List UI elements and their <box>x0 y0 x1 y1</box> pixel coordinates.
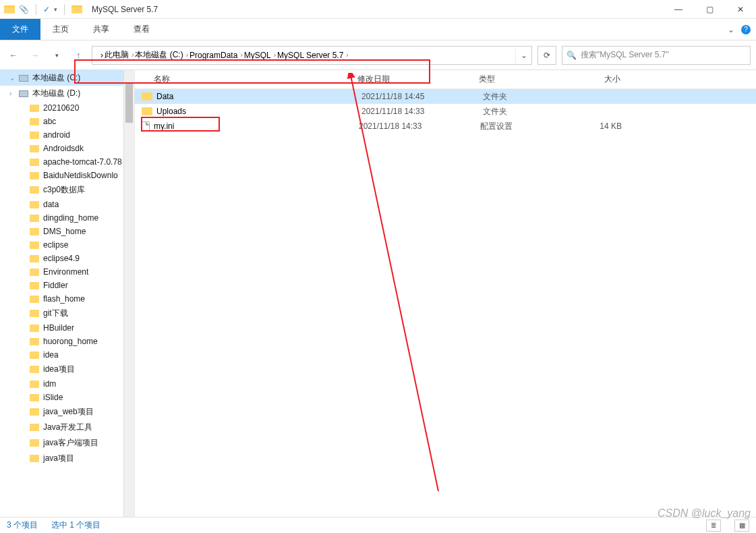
sidebar-folder[interactable]: flash_home <box>0 292 134 306</box>
file-row[interactable]: Data 2021/11/18 14:45 文件夹 <box>135 89 756 104</box>
search-input[interactable]: 🔍 搜索"MySQL Server 5.7" <box>562 46 751 65</box>
recent-dropdown-icon[interactable]: ▾ <box>49 47 65 63</box>
drive-icon <box>19 75 28 82</box>
file-row[interactable]: Uploads 2021/11/18 14:33 文件夹 <box>135 104 756 119</box>
sidebar-drive[interactable]: ⌄本地磁盘 (C:) <box>0 70 134 86</box>
minimize-button[interactable]: ― <box>663 0 694 19</box>
folder-icon <box>30 145 39 152</box>
sidebar-folder[interactable]: java客户端项目 <box>0 435 134 451</box>
sidebar-folder[interactable]: BaiduNetdiskDownlo <box>0 169 134 182</box>
folder-icon <box>71 5 82 13</box>
col-date[interactable]: 修改日期 <box>357 74 479 85</box>
file-icon <box>142 121 150 131</box>
folder-icon <box>30 439 39 447</box>
qat-overflow-icon[interactable]: ▾ <box>54 6 57 13</box>
folder-icon <box>30 352 39 359</box>
chevron-right-icon[interactable]: › <box>346 51 348 59</box>
sidebar-folder[interactable]: Environment <box>0 265 134 279</box>
sidebar-folder[interactable]: eclipse4.9 <box>0 252 134 265</box>
file-row[interactable]: my.ini 2021/11/18 14:33 配置设置 14 KB <box>135 119 756 134</box>
chevron-right-icon[interactable]: › <box>274 51 276 59</box>
sidebar-folder[interactable]: 20210620 <box>0 101 134 115</box>
file-date: 2021/11/18 14:33 <box>361 107 483 116</box>
file-date: 2021/11/18 14:45 <box>361 92 483 101</box>
sidebar-folder[interactable]: java_web项目 <box>0 404 134 420</box>
tab-view[interactable]: 查看 <box>121 19 162 40</box>
folder-icon <box>30 394 39 401</box>
sidebar-folder[interactable]: Fiddler <box>0 279 134 292</box>
sidebar-folder[interactable]: abc <box>0 115 134 128</box>
ribbon-collapse-icon[interactable]: ⌄ <box>728 25 734 34</box>
up-button[interactable]: ↑ <box>70 47 86 63</box>
sidebar-folder[interactable]: data <box>0 198 134 211</box>
app-icon <box>4 5 15 13</box>
back-button[interactable]: ← <box>5 47 22 63</box>
col-type[interactable]: 类型 <box>479 74 566 85</box>
folder-icon <box>30 228 39 235</box>
tab-share[interactable]: 共享 <box>81 19 121 40</box>
file-type: 文件夹 <box>483 91 571 103</box>
sidebar-folder[interactable]: dingding_home <box>0 211 134 225</box>
qat-check-icon[interactable]: ✓ <box>43 5 50 14</box>
folder-icon <box>142 107 152 115</box>
col-name[interactable]: 名称 <box>135 74 357 85</box>
chevron-right-icon[interactable]: › <box>100 51 103 60</box>
view-icons-button[interactable]: ▦ <box>734 520 749 532</box>
col-size[interactable]: 大小 <box>566 74 627 85</box>
breadcrumb[interactable]: 此电脑› <box>105 49 134 61</box>
window-title: MySQL Server 5.7 <box>92 5 158 14</box>
sidebar-folder[interactable]: git下载 <box>0 306 134 321</box>
help-icon[interactable]: ? <box>741 25 751 34</box>
sidebar-folder[interactable]: idea <box>0 348 134 362</box>
sidebar-folder[interactable]: java项目 <box>0 451 134 466</box>
folder-icon <box>142 92 152 101</box>
maximize-button[interactable]: ▢ <box>694 0 725 19</box>
sidebar-folder[interactable]: android <box>0 128 134 142</box>
sidebar-folder[interactable]: idm <box>0 377 134 391</box>
sidebar: ⌄本地磁盘 (C:)›本地磁盘 (D:)20210620abcandroidAn… <box>0 70 135 517</box>
sidebar-folder[interactable]: huorong_home <box>0 335 134 348</box>
folder-icon <box>30 255 39 262</box>
forward-button[interactable]: → <box>27 47 43 63</box>
breadcrumb[interactable]: MySQL› <box>244 51 276 60</box>
sidebar-folder[interactable]: apache-tomcat-7.0.78 <box>0 155 134 169</box>
file-tab[interactable]: 文件 <box>0 19 40 40</box>
view-details-button[interactable]: ≣ <box>706 520 721 532</box>
breadcrumb[interactable]: 本地磁盘 (C:)› <box>135 49 188 61</box>
folder-icon <box>30 201 39 208</box>
chevron-right-icon[interactable]: › <box>132 51 134 59</box>
address-dropdown-icon[interactable]: ⌄ <box>515 47 531 64</box>
close-button[interactable]: ✕ <box>725 0 756 19</box>
sidebar-folder[interactable]: c3p0数据库 <box>0 182 134 198</box>
folder-icon <box>30 159 39 166</box>
sidebar-folder[interactable]: iSlide <box>0 391 134 404</box>
folder-icon <box>30 296 39 303</box>
refresh-button[interactable]: ⟳ <box>537 46 556 65</box>
status-count: 3 个项目 <box>7 520 38 531</box>
address-bar[interactable]: ›此电脑›本地磁盘 (C:)›ProgramData›MySQL›MySQL S… <box>92 46 532 65</box>
watermark: CSDN @luck_yang <box>658 507 751 520</box>
expand-icon[interactable]: › <box>9 90 11 97</box>
folder-icon <box>30 105 39 112</box>
ribbon: 文件 主页 共享 查看 ⌄ ? <box>0 19 756 40</box>
sidebar-folder[interactable]: Java开发工具 <box>0 420 134 435</box>
breadcrumb[interactable]: MySQL Server 5.7› <box>277 51 349 60</box>
chevron-right-icon[interactable]: › <box>240 51 242 59</box>
expand-icon[interactable]: ⌄ <box>9 74 15 82</box>
qat-pin-icon[interactable]: 📎 <box>19 5 29 14</box>
breadcrumb[interactable]: ProgramData› <box>190 51 243 60</box>
sidebar-folder[interactable]: idea项目 <box>0 362 134 377</box>
folder-icon <box>30 132 39 139</box>
tab-home[interactable]: 主页 <box>40 19 81 40</box>
sidebar-drive[interactable]: ›本地磁盘 (D:) <box>0 86 134 101</box>
sidebar-folder[interactable]: eclipse <box>0 238 134 252</box>
sidebar-scrollbar[interactable] <box>123 70 134 517</box>
chevron-right-icon[interactable]: › <box>186 51 188 59</box>
sidebar-folder[interactable]: HBuilder <box>0 321 134 335</box>
sidebar-folder[interactable]: DMS_home <box>0 225 134 238</box>
sidebar-folder[interactable]: Androidsdk <box>0 142 134 155</box>
file-type: 配置设置 <box>480 121 568 132</box>
status-bar: 3 个项目 选中 1 个项目 ≣ ▦ <box>0 517 756 533</box>
file-type: 文件夹 <box>483 106 571 117</box>
column-headers[interactable]: 名称 修改日期 类型 大小 <box>135 70 756 89</box>
